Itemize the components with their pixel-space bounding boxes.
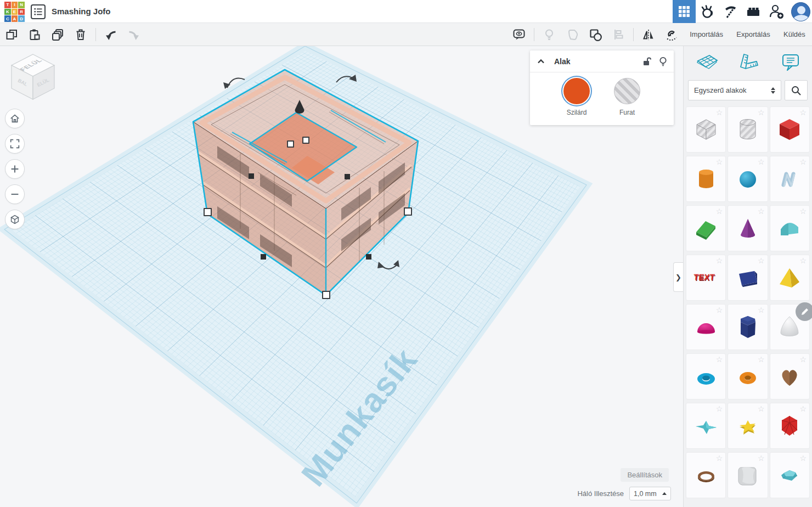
favorite-star-icon[interactable]: ☆: [716, 404, 723, 413]
import-button[interactable]: Importálás: [690, 30, 723, 38]
duplicate-button[interactable]: [51, 28, 64, 41]
person-add-icon: [768, 3, 785, 20]
brick-export-button[interactable]: [742, 0, 765, 23]
shape-scribble[interactable]: ☆: [770, 156, 809, 201]
perspective-toggle-button[interactable]: [5, 210, 25, 229]
redo-button[interactable]: [127, 28, 140, 41]
pickaxe-icon: [723, 4, 738, 19]
favorite-star-icon[interactable]: ☆: [799, 355, 807, 364]
shape-search-button[interactable]: [785, 80, 808, 100]
zoom-out-button[interactable]: [5, 184, 25, 204]
shape-icosahedron[interactable]: ☆: [770, 403, 809, 448]
settings-button[interactable]: Beállítások: [621, 468, 669, 482]
favorite-star-icon[interactable]: ☆: [716, 306, 723, 314]
mirror-button[interactable]: [642, 28, 655, 41]
3d-viewport[interactable]: Munkasík: [0, 46, 683, 507]
file-actions: Importálás Exportálás Küldés: [683, 23, 812, 46]
shape-pyramid[interactable]: ☆: [770, 255, 809, 300]
shape-box[interactable]: ☆: [770, 107, 809, 152]
favorite-star-icon[interactable]: ☆: [716, 108, 723, 117]
favorite-star-icon[interactable]: ☆: [716, 157, 723, 166]
shape-text[interactable]: ☆ TEXTTEXT: [686, 255, 725, 300]
collapse-chevron-icon[interactable]: [537, 57, 545, 66]
dashboard-grid-icon: [679, 6, 690, 17]
edit-fab-button[interactable]: [796, 302, 812, 321]
send-button[interactable]: Küldés: [783, 30, 805, 38]
simlab-button[interactable]: [696, 0, 719, 23]
group-button[interactable]: [589, 28, 602, 41]
shape-star[interactable]: ☆: [686, 403, 725, 448]
view-cube[interactable]: FELÜL BAL ELÜL: [7, 52, 59, 102]
favorite-star-icon[interactable]: ☆: [758, 355, 765, 364]
search-icon: [791, 85, 802, 96]
hint-bulb-icon[interactable]: [659, 57, 667, 66]
fit-view-button[interactable]: [5, 134, 25, 154]
zoom-in-button[interactable]: [5, 159, 25, 179]
snap-magnet-button[interactable]: [665, 28, 678, 41]
tinkercad-logo[interactable]: TIN KER CAD: [4, 2, 25, 22]
shape-heart[interactable]: ☆: [770, 354, 809, 399]
favorite-star-icon[interactable]: ☆: [799, 157, 807, 166]
shape-ring[interactable]: ☆: [686, 453, 725, 498]
favorite-star-icon[interactable]: ☆: [758, 306, 765, 314]
shape-dice[interactable]: ☆: [728, 453, 767, 498]
paste-button[interactable]: [28, 28, 41, 41]
shape-outline-button[interactable]: [566, 28, 579, 41]
favorite-star-icon[interactable]: ☆: [716, 256, 723, 265]
favorite-star-icon[interactable]: ☆: [758, 454, 765, 463]
favorite-star-icon[interactable]: ☆: [716, 207, 723, 216]
ruler-tool-icon[interactable]: [738, 53, 760, 71]
favorite-star-icon[interactable]: ☆: [799, 207, 807, 216]
shape-cone[interactable]: ☆: [728, 206, 767, 251]
shape-half-sphere[interactable]: ☆: [686, 305, 725, 350]
favorite-star-icon[interactable]: ☆: [758, 404, 765, 413]
favorite-star-icon[interactable]: ☆: [799, 256, 807, 265]
user-avatar[interactable]: [791, 2, 810, 21]
favorite-star-icon[interactable]: ☆: [716, 355, 723, 364]
snap-grid-label: Háló Illesztése: [577, 489, 624, 498]
favorite-star-icon[interactable]: ☆: [799, 108, 807, 117]
plus-icon: [9, 163, 21, 175]
workplane-tool-icon[interactable]: [695, 53, 719, 70]
favorite-star-icon[interactable]: ☆: [758, 157, 765, 166]
shape-wedge[interactable]: ☆: [728, 255, 767, 300]
hole-swatch[interactable]: [614, 78, 640, 104]
shape-roof[interactable]: ☆: [686, 206, 725, 251]
shape-star-5[interactable]: ☆: [728, 403, 767, 448]
design-menu-button[interactable]: [31, 4, 46, 19]
hint-bulb-button[interactable]: [543, 28, 556, 41]
shape-hole-box[interactable]: ☆: [686, 107, 725, 152]
shape-polygon[interactable]: ☆: [728, 305, 767, 350]
sidebar-collapse-tab[interactable]: ❯: [673, 262, 683, 292]
favorite-star-icon[interactable]: ☆: [758, 256, 765, 265]
shape-cylinder[interactable]: ☆: [686, 156, 725, 201]
perspective-cube-icon: [9, 213, 21, 226]
snap-grid-select[interactable]: 1,0 mm: [629, 487, 671, 500]
share-invite-button[interactable]: [765, 0, 788, 23]
solid-swatch[interactable]: [563, 78, 590, 104]
export-button[interactable]: Exportálás: [736, 30, 770, 38]
shape-round-roof[interactable]: ☆: [770, 206, 809, 251]
shape-sphere[interactable]: ☆: [728, 156, 767, 201]
favorite-star-icon[interactable]: ☆: [716, 454, 723, 463]
shape-category-select[interactable]: Egyszerű alakok: [688, 80, 781, 100]
shape-torus[interactable]: ☆: [686, 354, 725, 399]
favorite-star-icon[interactable]: ☆: [799, 454, 807, 463]
notes-button[interactable]: [512, 28, 526, 41]
lock-open-icon[interactable]: [641, 57, 651, 66]
minecraft-export-button[interactable]: [719, 0, 742, 23]
align-button[interactable]: [612, 28, 625, 41]
favorite-star-icon[interactable]: ☆: [758, 108, 765, 117]
delete-button[interactable]: [74, 28, 87, 41]
copy-button[interactable]: [5, 28, 18, 41]
shape-gem[interactable]: ☆: [770, 453, 809, 498]
favorite-star-icon[interactable]: ☆: [758, 207, 765, 216]
undo-button[interactable]: [104, 28, 117, 41]
notes-tool-icon[interactable]: [780, 53, 801, 72]
document-title[interactable]: Smashing Jofo: [52, 0, 111, 23]
shape-hole-cylinder[interactable]: ☆: [728, 107, 767, 152]
home-view-button[interactable]: [5, 109, 25, 128]
shape-tube[interactable]: ☆: [728, 354, 767, 399]
favorite-star-icon[interactable]: ☆: [799, 404, 807, 413]
dashboard-button[interactable]: [673, 0, 696, 23]
